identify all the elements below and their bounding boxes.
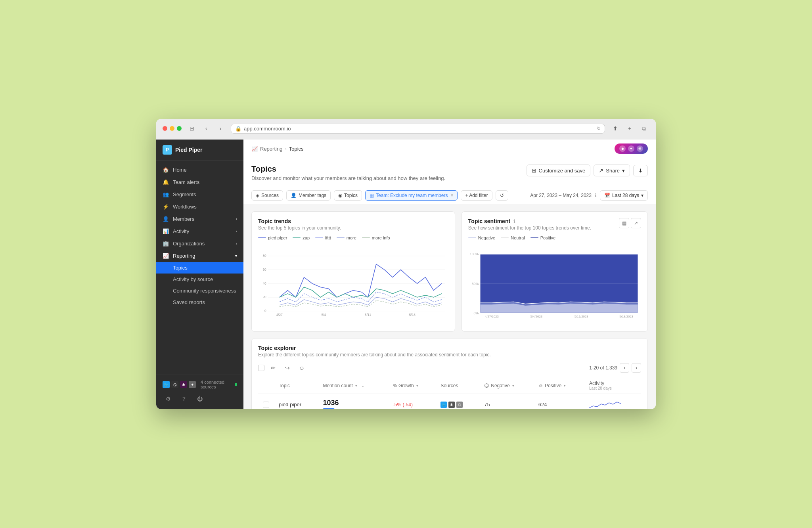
svg-text:0%: 0%: [473, 311, 479, 315]
topic-name: pied piper: [279, 402, 301, 407]
sources-filter-button[interactable]: ◈ Sources: [251, 190, 283, 201]
minimize-button[interactable]: [170, 126, 174, 131]
chevron-right-icon-3: ›: [236, 241, 237, 246]
forward-toolbar-button[interactable]: ↪: [282, 362, 293, 373]
maximize-button[interactable]: [177, 126, 182, 131]
forward-button[interactable]: ›: [215, 123, 226, 134]
smile-toolbar-button[interactable]: ☺: [296, 362, 307, 373]
growth-sort-icon: ▾: [416, 384, 418, 388]
sidebar-item-activity-by-source[interactable]: Activity by source: [156, 274, 243, 285]
topics-table-header-row: Topic Mention count ▾ ⌄: [258, 377, 641, 394]
chevron-down-icon: ▾: [235, 254, 237, 258]
upgrade-badge[interactable]: ◆ ✦ ❋: [615, 143, 648, 154]
breadcrumb-parent[interactable]: Reporting: [260, 146, 282, 152]
sidebar-item-organizations[interactable]: 🏢 Organizations ›: [156, 237, 243, 250]
power-button[interactable]: ⏻: [194, 393, 205, 404]
row-positive-cell: 624: [534, 394, 584, 409]
team-filter-remove-button[interactable]: ×: [450, 193, 453, 198]
row-checkbox[interactable]: [263, 402, 269, 408]
share-button[interactable]: ↗ Share ▾: [594, 165, 630, 176]
growth-sort[interactable]: % Growth ▾: [393, 383, 431, 388]
refresh-icon[interactable]: ↻: [597, 126, 601, 131]
other-source-icon-2: ⌬: [456, 402, 463, 408]
charts-row: Topic trends See the top 5 topics in you…: [251, 211, 648, 332]
close-button[interactable]: [163, 126, 167, 131]
sidebar-item-home[interactable]: 🏠 Home: [156, 164, 243, 176]
sidebar-item-workflows[interactable]: ⚡ Workflows: [156, 201, 243, 213]
select-all-checkbox[interactable]: [258, 365, 264, 371]
sidebar-item-reporting[interactable]: 📈 Reporting ▾: [156, 250, 243, 262]
topic-trends-legend: pied piper zap ifttt: [258, 235, 448, 240]
security-icon: 🔒: [235, 126, 241, 132]
chevron-right-icon: ›: [236, 217, 237, 221]
col-header-mention-count[interactable]: Mention count ▾ ⌄: [318, 377, 388, 394]
svg-text:50%: 50%: [472, 282, 479, 286]
tabs-overview-button[interactable]: ⧉: [638, 123, 649, 134]
address-bar[interactable]: 🔒 app.commonroom.io ↻: [231, 124, 605, 134]
sidebar-item-saved-reports[interactable]: Saved reports: [156, 297, 243, 308]
legend-negative-line: [468, 237, 476, 238]
sidebar-item-organizations-label: Organizations: [173, 241, 205, 247]
row-mention-count-cell: 1036: [318, 394, 388, 409]
sources-filter-label: Sources: [261, 193, 279, 198]
col-dropdown-icon: ⌄: [361, 383, 364, 388]
sidebar-item-topics[interactable]: Topics: [156, 262, 243, 274]
mention-bar: [323, 408, 335, 409]
topic-sentiment-title-text: Topic sentiment: [468, 218, 510, 224]
help-button[interactable]: ?: [178, 393, 190, 404]
settings-button[interactable]: ⚙: [163, 393, 174, 404]
line-chart-toggle-button[interactable]: ↗: [631, 218, 641, 228]
customize-save-button[interactable]: ⊞ Customize and save: [527, 165, 591, 176]
pagination-next-button[interactable]: ›: [632, 363, 641, 373]
sidebar-item-team-alerts[interactable]: 🔔 Team alerts: [156, 176, 243, 188]
activity-sublabel: Last 28 days: [589, 386, 636, 390]
legend-negative-label: Negative: [478, 235, 495, 240]
bar-chart-toggle-button[interactable]: ▤: [619, 218, 629, 228]
reset-filter-button[interactable]: ↺: [496, 190, 508, 201]
page-title: Topics: [251, 165, 445, 174]
col-header-negative[interactable]: ☹ Negative ▾: [479, 377, 534, 394]
legend-more-info-line: [362, 237, 370, 238]
star-icon: ✦: [628, 145, 634, 152]
slack-source-icon: ✱: [448, 402, 455, 408]
back-button[interactable]: ‹: [201, 123, 212, 134]
sidebar-item-segments[interactable]: 👥 Segments: [156, 188, 243, 201]
legend-neutral-label: Neutral: [511, 235, 525, 240]
negative-sort[interactable]: ☹ Negative ▾: [484, 383, 529, 388]
new-tab-button[interactable]: +: [624, 123, 635, 134]
member-tags-filter-button[interactable]: 👤 Member tags: [286, 190, 331, 201]
legend-neutral: Neutral: [501, 235, 525, 240]
date-picker-button[interactable]: 📅 Last 28 days ▾: [600, 190, 648, 201]
legend-more-line: [337, 237, 345, 238]
customize-save-label: Customize and save: [539, 168, 586, 174]
growth-value: -5% (-54): [393, 402, 413, 407]
col-header-growth[interactable]: % Growth ▾: [388, 377, 436, 394]
col-header-positive[interactable]: ☺ Positive ▾: [534, 377, 584, 394]
share-browser-button[interactable]: ⬆: [610, 123, 621, 134]
sidebar-item-activity[interactable]: 📊 Activity ›: [156, 225, 243, 237]
mention-count-sort[interactable]: Mention count ▾ ⌄: [323, 382, 383, 389]
bell-icon: 🔔: [163, 179, 169, 185]
topic-sentiment-chart: 100% 50% 0%: [468, 244, 641, 325]
col-header-checkbox: [258, 377, 274, 394]
sidebar-item-members[interactable]: 👤 Members ›: [156, 213, 243, 225]
sidebar-toggle-button[interactable]: ⊟: [186, 123, 197, 134]
sidebar-item-topics-label: Topics: [173, 265, 188, 271]
positive-sort[interactable]: ☺ Positive ▾: [538, 383, 580, 388]
topics-filter-button[interactable]: ◉ Topics: [334, 190, 362, 201]
browser-actions: ⬆ + ⧉: [610, 123, 649, 134]
workflows-icon: ⚡: [163, 204, 169, 210]
edit-toolbar-button[interactable]: ✏: [268, 362, 279, 373]
topic-trends-subtitle: See the top 5 topics in your community.: [258, 225, 341, 231]
app-layout: P Pied Piper 🏠 Home 🔔 Team alerts 👥 Segm…: [156, 140, 656, 409]
legend-pied-piper-label: pied piper: [268, 235, 287, 240]
sidebar-item-community-responsiveness[interactable]: Community responsiveness: [156, 285, 243, 297]
add-filter-button[interactable]: + Add filter: [461, 190, 492, 201]
sidebar: P Pied Piper 🏠 Home 🔔 Team alerts 👥 Segm…: [156, 140, 243, 409]
browser-chrome: ⊟ ‹ › 🔒 app.commonroom.io ↻ ⬆ + ⧉: [156, 119, 656, 140]
pagination-prev-button[interactable]: ‹: [620, 363, 629, 373]
topic-explorer-subtitle: Explore the different topics community m…: [258, 352, 641, 358]
download-button[interactable]: ⬇: [633, 165, 648, 176]
sidebar-item-community-responsiveness-label: Community responsiveness: [173, 288, 236, 294]
info-icon: ℹ: [595, 193, 597, 198]
